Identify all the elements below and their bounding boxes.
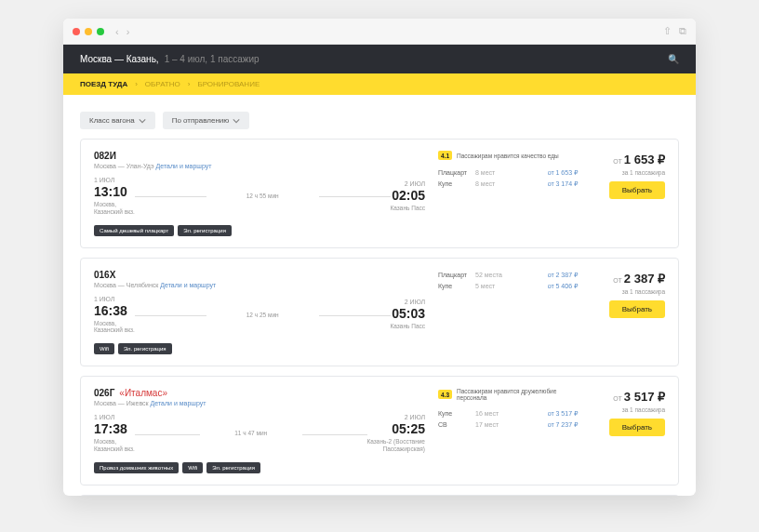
duration: 11 ч 47 мин <box>135 430 367 436</box>
arrival-time: 05:25 <box>367 421 425 436</box>
search-header: Москва — Казань, 1 – 4 июл, 1 пассажир 🔍 <box>63 45 696 73</box>
route-details-link[interactable]: Детали и маршрут <box>151 400 206 406</box>
rating-badge: 4.1 <box>438 151 452 160</box>
tabs-icon[interactable]: ⧉ <box>679 25 686 37</box>
select-button[interactable]: Выбрать <box>609 419 665 436</box>
breadcrumb-step-3[interactable]: БРОНИРОВАНИЕ <box>197 80 260 88</box>
departure-date: 1 ИЮЛ <box>94 414 135 420</box>
departure-time: 13:10 <box>94 184 135 199</box>
class-row[interactable]: Плацкарт8 местот 1 653 ₽ <box>438 167 578 179</box>
rating-badge: 4.3 <box>438 390 452 399</box>
feature-tag: Самый дешевый плацкарт <box>94 225 174 236</box>
rating-text: Пассажирам нравится дружелюбие персонала <box>457 388 578 401</box>
train-route: Москва — Ижевск Детали и маршрут <box>94 400 425 406</box>
class-row[interactable]: СВ17 местот 7 237 ₽ <box>438 419 578 431</box>
browser-chrome: ‹ › ⇧ ⧉ <box>63 19 696 45</box>
train-number: 016Х <box>94 270 425 280</box>
feature-tag: Эл. регистрация <box>178 225 232 236</box>
departure-station: Москва,Казанский вкз. <box>94 320 135 335</box>
feature-tag: Wifi <box>182 462 203 473</box>
duration: 12 ч 55 мин <box>135 193 391 199</box>
class-row[interactable]: Купе5 местот 5 406 ₽ <box>438 281 578 292</box>
price-note: за 1 пассажира <box>591 169 665 176</box>
feature-tag: Wifi <box>94 343 114 354</box>
arrival-station: Казань-2 (ВосстаниеПассажирская) <box>367 438 425 453</box>
route-details-link[interactable]: Детали и маршрут <box>156 163 212 169</box>
arrival-time: 02:05 <box>391 188 426 203</box>
train-card: 016ХМосква — Челябинск Детали и маршрут1… <box>80 258 679 367</box>
chevron-down-icon <box>139 117 146 125</box>
train-card: 026Г«Италмас»Москва — Ижевск Детали и ма… <box>80 376 679 485</box>
back-icon[interactable]: ‹ <box>115 26 119 37</box>
select-button[interactable]: Выбрать <box>609 181 665 199</box>
price-from-label: ОТ <box>613 277 624 284</box>
chevron-down-icon <box>233 117 240 125</box>
forward-icon[interactable]: › <box>126 26 130 37</box>
minimize-window-icon[interactable] <box>85 28 92 35</box>
close-window-icon[interactable] <box>73 28 80 35</box>
feature-tag: Провоз домашних животных <box>94 462 179 473</box>
breadcrumb: ПОЕЗД ТУДА › ОБРАТНО › БРОНИРОВАНИЕ <box>63 73 696 95</box>
route-details-link[interactable]: Детали и маршрут <box>160 282 216 288</box>
departure-date: 1 ИЮЛ <box>94 177 135 183</box>
price: 3 517 ₽ <box>624 390 665 404</box>
arrival-date: 2 ИЮЛ <box>391 299 426 305</box>
filter-wagon-class[interactable]: Класс вагона <box>80 112 155 129</box>
maximize-window-icon[interactable] <box>97 28 104 35</box>
filter-sort[interactable]: По отправлению <box>163 112 250 129</box>
train-card: 082ИМосква — Улан-Удэ Детали и маршрут1 … <box>80 139 679 248</box>
price: 2 387 ₽ <box>624 272 665 286</box>
departure-time: 16:38 <box>94 303 135 318</box>
class-row[interactable]: Купе8 местот 3 174 ₽ <box>438 179 578 190</box>
train-name: «Италмас» <box>119 388 167 398</box>
price-note: за 1 пассажира <box>591 288 665 295</box>
class-row[interactable]: Купе16 местот 3 517 ₽ <box>438 408 578 419</box>
arrival-date: 2 ИЮЛ <box>391 180 426 187</box>
arrival-station: Казань Пасс <box>391 205 426 212</box>
train-number: 082И <box>94 151 425 161</box>
search-icon[interactable]: 🔍 <box>668 54 679 64</box>
breadcrumb-step-1[interactable]: ПОЕЗД ТУДА <box>80 80 127 88</box>
arrival-time: 05:03 <box>391 306 426 321</box>
train-number: 026Г«Италмас» <box>94 388 425 398</box>
arrival-station: Казань Пасс <box>391 323 426 330</box>
train-route: Москва — Челябинск Детали и маршрут <box>94 282 425 288</box>
rating-text: Пассажирам нравится качество еды <box>457 153 559 159</box>
price-from-label: ОТ <box>613 158 624 165</box>
select-button[interactable]: Выбрать <box>609 300 665 318</box>
departure-station: Москва,Казанский вкз. <box>94 201 135 216</box>
class-row[interactable]: Плацкарт52 местаот 2 387 ₽ <box>438 270 578 281</box>
price: 1 653 ₽ <box>624 153 665 166</box>
feature-tag: Эл. регистрация <box>206 462 260 473</box>
price-from-label: ОТ <box>613 395 624 402</box>
share-icon[interactable]: ⇧ <box>663 25 672 37</box>
train-card: 096Н4.0Пассажирам нравится дружелюбие пе… <box>80 495 679 496</box>
breadcrumb-step-2[interactable]: ОБРАТНО <box>145 80 180 88</box>
departure-station: Москва,Казанский вкз. <box>94 438 135 453</box>
route-details: 1 – 4 июл, 1 пассажир <box>165 54 260 64</box>
departure-time: 17:38 <box>94 421 135 436</box>
train-route: Москва — Улан-Удэ Детали и маршрут <box>94 163 425 169</box>
duration: 12 ч 25 мин <box>135 312 391 318</box>
feature-tag: Эл. регистрация <box>118 343 172 354</box>
price-note: за 1 пассажира <box>591 406 665 413</box>
route-title: Москва — Казань, <box>80 54 159 64</box>
arrival-date: 2 ИЮЛ <box>367 414 425 420</box>
departure-date: 1 ИЮЛ <box>94 296 135 302</box>
